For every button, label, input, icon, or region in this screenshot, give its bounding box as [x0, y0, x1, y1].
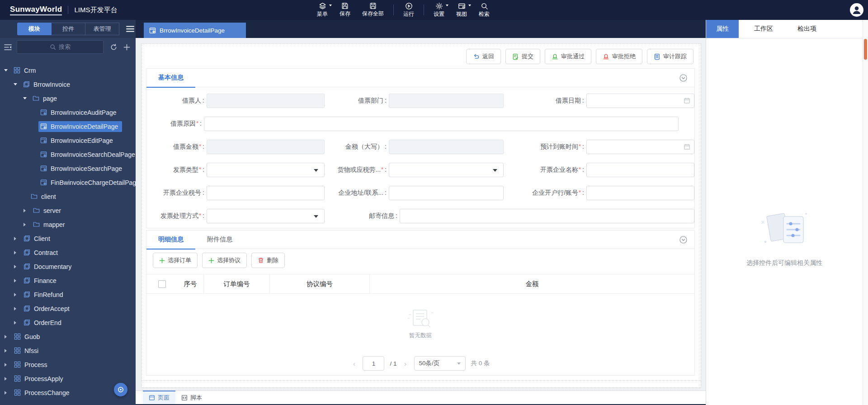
borrow-date-input[interactable] [586, 94, 694, 108]
tab-properties[interactable]: 属性 [706, 20, 739, 38]
expected-arrival-input[interactable] [586, 140, 694, 154]
bank-account-input[interactable] [586, 186, 694, 200]
select-agreement-button[interactable]: 选择协议 [202, 253, 247, 268]
select-all-checkbox[interactable] [158, 280, 166, 288]
borrow-reason-input[interactable] [204, 117, 679, 131]
expander-icon[interactable] [14, 321, 16, 325]
tab-page-view[interactable]: 页面 [143, 391, 175, 404]
expander-icon[interactable] [5, 363, 7, 367]
tree-item[interactable]: client [0, 189, 136, 203]
invoice-handling-select[interactable] [207, 209, 325, 223]
company-tax-no-input[interactable] [207, 186, 325, 200]
next-page-icon[interactable]: › [402, 360, 409, 367]
tree-item[interactable]: BrrowInvoiceEditPage [0, 133, 136, 147]
tree-item[interactable]: OrderAccept [0, 301, 136, 316]
expander-icon[interactable] [14, 237, 16, 240]
sidebar-tab-controls[interactable]: 控件 [52, 23, 85, 35]
tree-item[interactable]: server [0, 203, 136, 217]
locate-current-button[interactable] [114, 383, 127, 396]
expander-icon[interactable] [14, 265, 16, 268]
tree-item[interactable]: Documentary [0, 259, 136, 273]
tree-item[interactable]: FinRefund [0, 287, 136, 301]
expander-icon[interactable] [23, 97, 27, 99]
hamburger-icon[interactable] [126, 25, 135, 33]
expander-icon[interactable] [14, 251, 16, 254]
mailing-info-input[interactable] [400, 209, 694, 223]
run-button[interactable]: 运行 [397, 0, 420, 20]
settings-button[interactable]: 设置 [428, 0, 450, 20]
tree-item[interactable]: Finance [0, 273, 136, 287]
tree-item[interactable]: Contract [0, 245, 136, 259]
expander-icon[interactable] [5, 391, 7, 395]
reject-button[interactable]: 审批拒绝 [596, 49, 642, 64]
field-label: 发票处理方式*: [146, 212, 207, 220]
search-tool-button[interactable]: 检索 [473, 0, 495, 20]
tab-script-view[interactable]: 脚本 [175, 391, 208, 404]
expander-icon[interactable] [5, 377, 7, 381]
collapse-all-icon[interactable] [4, 43, 12, 51]
tree-item[interactable]: Nfssi [0, 344, 136, 358]
submit-button[interactable]: 提交 [505, 49, 540, 64]
tree-item[interactable]: BrrowInvoiceAuditPage [0, 105, 136, 119]
tree-item[interactable]: BrrowInvoiceSearchPage [0, 161, 136, 175]
expander-icon[interactable] [24, 209, 26, 212]
tree-item[interactable]: page [0, 91, 136, 105]
refresh-icon[interactable] [110, 43, 118, 51]
detail-toolbar: 选择订单 选择协议 删除 [153, 253, 694, 268]
expander-icon[interactable] [5, 349, 7, 353]
save-button[interactable]: 保存 [334, 0, 356, 20]
tree-item[interactable]: Guob [0, 330, 136, 344]
vertical-scrollbar[interactable] [863, 20, 868, 405]
tree-item[interactable]: mapper [0, 217, 136, 231]
tree-item[interactable]: BrrowInvoiceSearchDealPage [0, 147, 136, 161]
expander-icon[interactable] [14, 279, 16, 283]
editor-tab-label: BrrowInvoiceDetailPage [160, 27, 225, 34]
tree-item[interactable]: Process [0, 358, 136, 372]
prev-page-icon[interactable]: ‹ [351, 360, 357, 367]
add-icon[interactable] [123, 43, 131, 51]
page-size-select[interactable]: 50条/页 [414, 356, 466, 371]
expander-icon[interactable] [14, 293, 16, 297]
sidebar-tab-tables[interactable]: 表管理 [85, 23, 119, 35]
delete-button[interactable]: 删除 [251, 253, 285, 268]
tab-workspace[interactable]: 工作区 [745, 20, 782, 38]
save-all-button[interactable]: 保存全部 [356, 0, 390, 20]
goods-tax-select[interactable] [389, 163, 504, 177]
expander-icon[interactable] [24, 223, 26, 226]
approve-button[interactable]: 审批通过 [545, 49, 591, 64]
scrollbar-thumb[interactable] [864, 39, 867, 60]
back-button[interactable]: 返回 [466, 49, 501, 64]
expander-icon[interactable] [14, 307, 16, 311]
user-avatar[interactable] [850, 3, 863, 17]
tree-item[interactable]: Crm [0, 63, 136, 77]
tab-checkouts[interactable]: 检出项 [788, 20, 826, 38]
editor-tab-active[interactable]: BrrowInvoiceDetailPage [144, 23, 246, 38]
sidebar-tab-modules[interactable]: 模块 [17, 23, 52, 35]
audit-trail-button[interactable]: 审计跟踪 [647, 49, 693, 64]
tree-item[interactable]: FinBwinvoiceChargeDetailPage [0, 175, 136, 189]
expander-icon[interactable] [5, 335, 7, 339]
search-input[interactable]: 搜索 [17, 40, 104, 54]
tab-detail-info[interactable]: 明细信息 [146, 231, 195, 250]
collapse-section-icon[interactable] [679, 74, 687, 82]
tree-item[interactable]: Client [0, 231, 136, 245]
folder-icon [33, 221, 40, 228]
tree-item[interactable]: ProcessApply [0, 372, 136, 386]
designer-surface[interactable]: 返回 提交 审批通过 审批拒绝 审计跟踪 [141, 43, 701, 388]
tree-item[interactable]: BrrowInvoice [0, 77, 136, 91]
tree-item[interactable]: OrderEnd [0, 316, 136, 330]
tab-attachment-info[interactable]: 附件信息 [195, 231, 244, 249]
menu-button[interactable]: 菜单 [311, 0, 334, 20]
tab-basic-info[interactable]: 基本信息 [146, 69, 195, 88]
company-name-input[interactable] [586, 163, 694, 177]
view-button[interactable]: 视图 [450, 0, 473, 20]
expander-icon[interactable] [4, 69, 8, 71]
expander-icon[interactable] [14, 83, 17, 85]
collapse-section-icon[interactable] [679, 236, 687, 244]
page-icon [40, 179, 47, 186]
page-number-input[interactable]: 1 [363, 356, 384, 371]
invoice-type-select[interactable] [207, 163, 325, 177]
tree-item-selected[interactable]: BrrowInvoiceDetailPage [0, 119, 136, 133]
company-address-input[interactable] [389, 186, 504, 200]
select-order-button[interactable]: 选择订单 [153, 253, 198, 268]
